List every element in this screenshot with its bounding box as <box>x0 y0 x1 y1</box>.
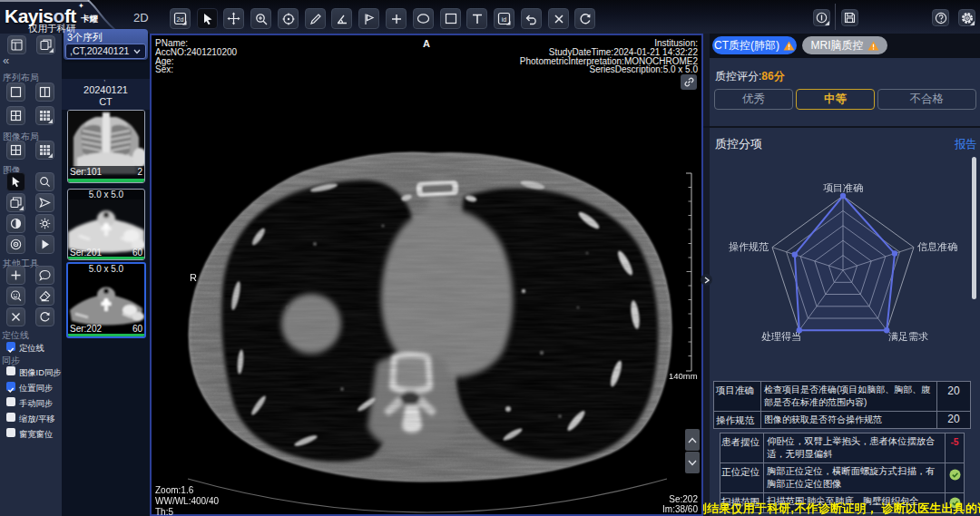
svg-text:id: id <box>502 16 507 23</box>
svg-text:满足需求: 满足需求 <box>888 331 928 342</box>
svg-text:项目准确: 项目准确 <box>823 182 863 193</box>
svg-text:处理得当: 处理得当 <box>761 331 801 342</box>
svg-text:操作规范: 操作规范 <box>729 241 769 252</box>
svg-text:2d: 2d <box>177 16 184 23</box>
svg-text:信息准确: 信息准确 <box>917 241 957 252</box>
